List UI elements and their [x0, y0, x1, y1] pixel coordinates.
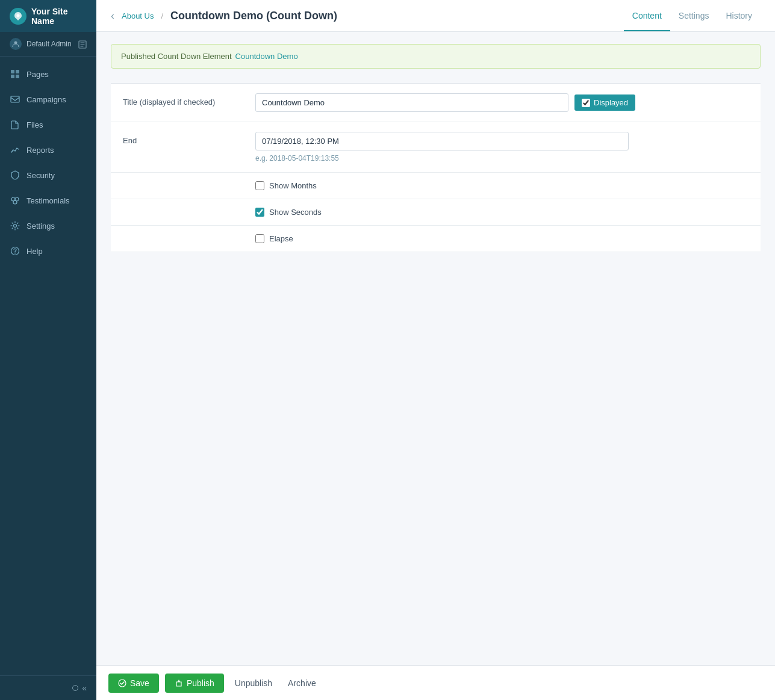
sidebar-item-label: Campaigns [26, 95, 66, 104]
end-input[interactable] [255, 132, 629, 150]
reports-icon [10, 144, 20, 155]
save-icon [118, 679, 126, 687]
banner-prefix-text: Published Count Down Element [121, 52, 232, 61]
end-row: End e.g. 2018-05-04T19:13:55 [111, 122, 761, 173]
publish-icon [175, 679, 183, 687]
sidebar-item-label: Files [26, 120, 43, 129]
sidebar-item-label: Settings [26, 221, 55, 231]
content-area: Published Count Down Element Countdown D… [96, 32, 775, 665]
sidebar-item-pages[interactable]: Pages [0, 61, 96, 87]
breadcrumb-separator: / [161, 11, 163, 20]
settings-icon [10, 220, 20, 231]
sidebar-item-label: Help [26, 247, 43, 256]
files-icon [10, 119, 20, 130]
title-input[interactable] [255, 93, 568, 112]
unpublish-button[interactable]: Unpublish [230, 674, 277, 693]
title-row: Title (displayed if checked) Displayed [111, 84, 761, 122]
svg-point-14 [73, 686, 78, 691]
page-title: Countdown Demo (Count Down) [170, 10, 337, 22]
svg-rect-4 [16, 70, 19, 73]
show-months-label: Show Months [269, 181, 317, 190]
unpublish-label: Unpublish [235, 678, 272, 688]
show-seconds-checkbox[interactable] [255, 208, 264, 217]
sidebar: Your Site Name Default Admin [0, 0, 96, 700]
campaigns-icon [10, 94, 20, 105]
svg-point-10 [13, 200, 17, 204]
logo-icon [10, 8, 26, 25]
sidebar-user: Default Admin [0, 32, 96, 57]
sidebar-item-label: Pages [26, 70, 49, 79]
topbar-tabs: Content Settings History [624, 1, 761, 31]
elapse-label: Elapse [269, 234, 293, 243]
sidebar-item-help[interactable]: Help [0, 238, 96, 264]
topbar-left: ‹ About Us / Countdown Demo (Count Down) [111, 10, 337, 22]
svg-point-0 [17, 14, 20, 17]
end-control-area: e.g. 2018-05-04T19:13:55 [255, 132, 629, 163]
show-months-checkbox[interactable] [255, 181, 264, 190]
displayed-checkbox[interactable] [582, 99, 590, 107]
show-months-row: Show Months [111, 173, 761, 199]
show-months-control[interactable]: Show Months [255, 181, 317, 190]
sidebar-item-label: Testimonials [26, 196, 70, 205]
help-icon [10, 246, 20, 256]
sidebar-collapse-button[interactable]: « [0, 675, 96, 700]
tab-history[interactable]: History [717, 1, 761, 31]
svg-rect-7 [11, 96, 19, 102]
pages-icon [10, 69, 20, 79]
sidebar-item-campaigns[interactable]: Campaigns [0, 87, 96, 112]
title-control-area: Displayed [255, 93, 749, 112]
svg-rect-3 [11, 70, 14, 73]
archive-label: Archive [288, 678, 316, 688]
svg-rect-5 [11, 75, 14, 78]
sidebar-item-settings[interactable]: Settings [0, 213, 96, 238]
sidebar-logo[interactable]: Your Site Name [0, 0, 96, 32]
svg-point-13 [14, 253, 15, 253]
main-area: ‹ About Us / Countdown Demo (Count Down)… [96, 0, 775, 700]
svg-rect-6 [16, 75, 19, 78]
elapse-checkbox[interactable] [255, 234, 264, 243]
end-label: End [123, 132, 255, 146]
title-label: Title (displayed if checked) [123, 93, 255, 108]
topbar: ‹ About Us / Countdown Demo (Count Down)… [96, 0, 775, 32]
sidebar-item-files[interactable]: Files [0, 112, 96, 137]
sidebar-item-testimonials[interactable]: Testimonials [0, 188, 96, 213]
archive-button[interactable]: Archive [283, 674, 321, 693]
end-hint: e.g. 2018-05-04T19:13:55 [255, 154, 629, 163]
svg-point-11 [14, 225, 17, 228]
user-icon [10, 38, 22, 50]
sidebar-item-reports[interactable]: Reports [0, 137, 96, 163]
publish-button[interactable]: Publish [165, 674, 224, 693]
elapse-row: Elapse [111, 226, 761, 252]
show-seconds-control[interactable]: Show Seconds [255, 208, 322, 217]
back-button[interactable]: ‹ [111, 10, 114, 22]
sidebar-item-label: Security [26, 171, 55, 180]
footer: Save Publish Unpublish Archive [96, 665, 775, 700]
export-icon[interactable] [78, 39, 87, 49]
security-icon [10, 170, 20, 181]
tab-settings[interactable]: Settings [670, 1, 718, 31]
elapse-control[interactable]: Elapse [255, 234, 293, 243]
displayed-checkbox-wrap: Displayed [574, 94, 635, 111]
show-seconds-row: Show Seconds [111, 199, 761, 226]
sidebar-item-security[interactable]: Security [0, 163, 96, 188]
save-label: Save [130, 678, 149, 688]
publish-label: Publish [187, 678, 214, 688]
user-name: Default Admin [26, 40, 72, 48]
published-banner: Published Count Down Element Countdown D… [111, 44, 761, 69]
banner-link[interactable]: Countdown Demo [235, 52, 298, 61]
show-seconds-label: Show Seconds [269, 208, 322, 217]
save-button[interactable]: Save [108, 674, 159, 693]
form-section: Title (displayed if checked) Displayed E… [111, 83, 761, 252]
testimonials-icon [10, 195, 20, 206]
site-name: Your Site Name [31, 7, 87, 26]
breadcrumb-link[interactable]: About Us [122, 11, 154, 20]
displayed-label: Displayed [594, 98, 628, 107]
tab-content[interactable]: Content [624, 1, 670, 31]
sidebar-item-label: Reports [26, 146, 54, 155]
sidebar-nav: Pages Campaigns [0, 57, 96, 675]
